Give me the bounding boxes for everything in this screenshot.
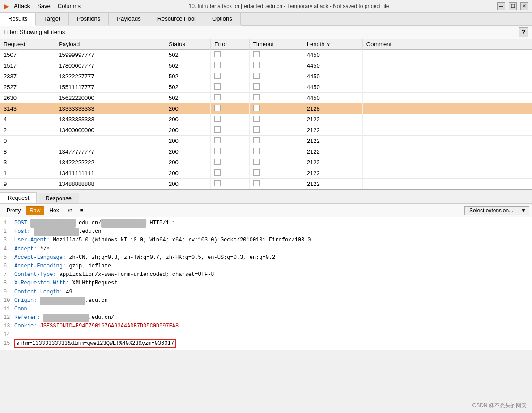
col-status[interactable]: Status [165, 39, 211, 50]
close-button[interactable]: ✕ [520, 2, 528, 10]
extension-dropdown[interactable]: ▼ [518, 206, 529, 215]
error-checkbox[interactable] [214, 137, 221, 143]
table-row[interactable]: 3143133333333332002128 [0, 103, 532, 114]
highlighted-payload: sjhm=13333333333&dlmm=qwe123QWE!%40%23&y… [14, 339, 176, 348]
title-bar-left: ▶ Attack Save Columns [4, 3, 81, 10]
timeout-checkbox[interactable] [253, 51, 260, 57]
timeout-checkbox[interactable] [253, 105, 260, 111]
error-checkbox[interactable] [214, 116, 221, 122]
tab-payloads[interactable]: Payloads [109, 13, 149, 26]
sub-tab-pretty[interactable]: Pretty [3, 206, 25, 215]
line-number: 1 [4, 219, 14, 228]
line-content: Origin: ██████████████.edu.cn [14, 297, 528, 305]
window-title: 10. Intruder attack on [redacted].edu.cn… [81, 3, 497, 9]
request-line: 1POST ██████████████.edu.cn/████████████… [4, 219, 528, 228]
table-row[interactable]: 9134888888882002122 [0, 179, 532, 189]
line-content: Accept: */* [14, 245, 528, 254]
request-line: 8X-Requested-With: XMLHttpRequest [4, 279, 528, 288]
sub-tab-hex[interactable]: Hex [45, 206, 63, 215]
request-line: 2Host: ██████████████.edu.cn [4, 228, 528, 236]
table-header-row: Request Payload Status Error Timeout Len… [0, 39, 532, 50]
header-value: gzip, deflate [66, 263, 111, 269]
table-row[interactable]: 4134333333332002122 [0, 114, 532, 125]
col-payload[interactable]: Payload [55, 39, 165, 50]
filter-bar: Filter: Showing all items ? [0, 26, 532, 39]
timeout-checkbox[interactable] [253, 73, 260, 79]
results-table-container: Request Payload Status Error Timeout Len… [0, 39, 532, 190]
request-line: 10Origin: ██████████████.edu.cn [4, 297, 528, 305]
line-content: X-Requested-With: XMLHttpRequest [14, 279, 528, 288]
error-checkbox[interactable] [214, 105, 221, 111]
error-checkbox[interactable] [214, 51, 221, 57]
timeout-checkbox[interactable] [253, 83, 260, 90]
col-request[interactable]: Request [0, 39, 55, 50]
error-checkbox[interactable] [214, 83, 221, 90]
col-comment[interactable]: Comment [362, 39, 532, 50]
table-row[interactable]: 1134111111112002122 [0, 168, 532, 179]
table-row[interactable]: 2337132222277775024450 [0, 71, 532, 82]
table-row[interactable]: 2630156222200005024450 [0, 93, 532, 103]
col-error[interactable]: Error [210, 39, 249, 50]
col-timeout[interactable]: Timeout [249, 39, 303, 50]
extension-button[interactable]: Select extension... [464, 206, 518, 215]
header-key: Cookie: [14, 323, 37, 329]
table-row[interactable]: 2134000000002002122 [0, 125, 532, 136]
tab-options[interactable]: Options [204, 13, 241, 26]
table-row[interactable]: 8134777777772002122 [0, 146, 532, 157]
tab-resource-pool[interactable]: Resource Pool [149, 13, 204, 26]
minimize-button[interactable]: — [497, 2, 505, 10]
timeout-checkbox[interactable] [253, 180, 260, 186]
timeout-checkbox[interactable] [253, 169, 260, 176]
tab-target[interactable]: Target [36, 13, 68, 26]
table-row[interactable]: 3134222222222002122 [0, 157, 532, 168]
header-value: application/x-www-form-urlencoded; chars… [56, 271, 214, 278]
line-content [14, 331, 528, 339]
header-key: Host: [14, 228, 30, 235]
sub-tab-newline[interactable]: \n [64, 206, 77, 215]
col-length[interactable]: Length ∨ [303, 39, 362, 50]
menu-attack[interactable]: Attack [14, 3, 30, 9]
error-checkbox[interactable] [214, 159, 221, 165]
tab-results[interactable]: Results [0, 13, 36, 26]
table-row[interactable]: 1517178000077775024450 [0, 60, 532, 71]
table-row[interactable]: 1507159999977775024450 [0, 50, 532, 60]
menu-save[interactable]: Save [37, 3, 51, 9]
line-number: 6 [4, 262, 14, 271]
tab-response[interactable]: Response [38, 193, 79, 203]
error-checkbox[interactable] [214, 148, 221, 154]
header-value: 49 [63, 289, 72, 295]
table-row[interactable]: 02002122 [0, 136, 532, 146]
line-number: 15 [4, 340, 14, 348]
error-checkbox[interactable] [214, 126, 221, 133]
timeout-checkbox[interactable] [253, 159, 260, 165]
error-checkbox[interactable] [214, 62, 221, 68]
main-tab-bar: Results Target Positions Payloads Resour… [0, 13, 532, 26]
tab-positions[interactable]: Positions [69, 13, 109, 26]
timeout-checkbox[interactable] [253, 116, 260, 122]
error-checkbox[interactable] [214, 94, 221, 100]
header-key: Content-Length: [14, 289, 63, 295]
timeout-checkbox[interactable] [253, 137, 260, 143]
request-line: 11Conn. [4, 305, 528, 314]
header-key: Origin: [14, 297, 37, 304]
error-checkbox[interactable] [214, 180, 221, 186]
tab-request[interactable]: Request [0, 192, 37, 203]
maximize-button[interactable]: ☐ [509, 2, 517, 10]
header-key: Accept-Language: [14, 254, 66, 261]
table-row[interactable]: 2527155111177775024450 [0, 82, 532, 93]
menu-columns[interactable]: Columns [58, 3, 81, 9]
menu-icon[interactable]: ≡ [77, 206, 86, 215]
line-number: 13 [4, 322, 14, 331]
header-value: */* [37, 246, 50, 252]
timeout-checkbox[interactable] [253, 148, 260, 154]
redacted-content: ██████████████ [30, 219, 76, 228]
request-line: 14 [4, 331, 528, 339]
sub-tab-raw[interactable]: Raw [26, 206, 44, 215]
error-checkbox[interactable] [214, 169, 221, 176]
timeout-checkbox[interactable] [253, 62, 260, 68]
error-checkbox[interactable] [214, 73, 221, 79]
redacted-content: ██████████████ [101, 219, 146, 228]
filter-help-button[interactable]: ? [519, 27, 528, 37]
timeout-checkbox[interactable] [253, 126, 260, 133]
timeout-checkbox[interactable] [253, 94, 260, 100]
